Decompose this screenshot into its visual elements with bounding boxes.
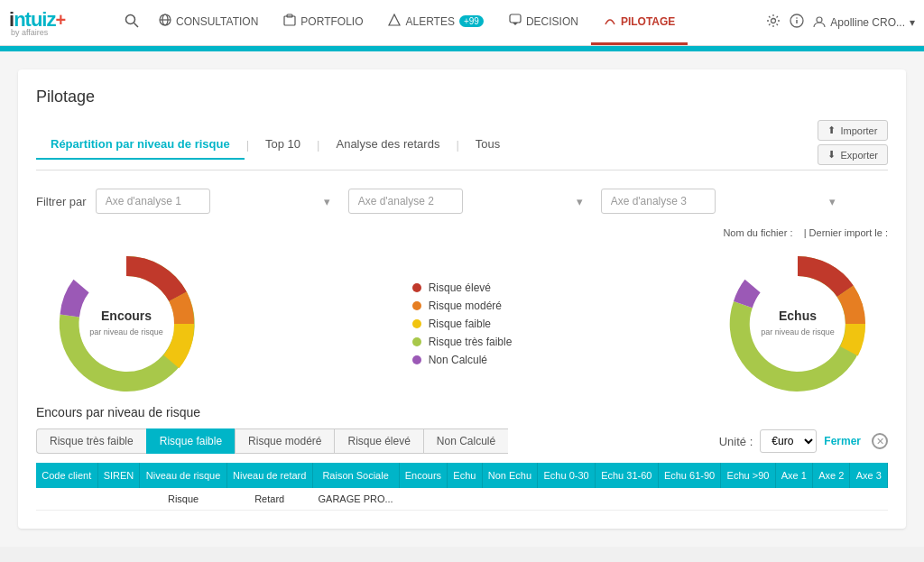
col-echu-90plus: Echu >90 xyxy=(721,463,775,488)
import-export-area: ⬆ Importer ⬇ Exporter xyxy=(818,120,888,170)
pilotage-label: PILOTAGE xyxy=(621,15,675,28)
app-header: intuiz+ by affaires CONSULTATION PORTFOL… xyxy=(0,0,924,46)
user-menu[interactable]: Apolline CRO... ▾ xyxy=(813,15,915,31)
nav-tab-alertes[interactable]: ALERTES +99 xyxy=(375,0,495,45)
legend-dot-non-calcule xyxy=(412,355,421,364)
unit-area: Unité : €uro Fermer ✕ xyxy=(719,429,888,453)
alertes-icon xyxy=(388,14,401,29)
sub-tab-tous[interactable]: Tous xyxy=(461,130,514,160)
col-echu: Echu xyxy=(448,463,482,488)
sub-tab-repartition[interactable]: Répartition par niveau de risque xyxy=(36,130,245,160)
logo: intuiz+ by affaires xyxy=(9,8,108,37)
risk-tab-modere[interactable]: Risque modéré xyxy=(235,428,334,454)
legend-label-non-calcule: Non Calculé xyxy=(429,354,487,366)
col-echu-61-90: Echu 61-90 xyxy=(658,463,721,488)
filter-label: Filtrer par xyxy=(36,195,87,208)
table-header-row: Code client SIREN Niveau de risque Nivea… xyxy=(36,463,888,488)
fermer-button[interactable]: Fermer xyxy=(824,435,861,447)
search-button[interactable] xyxy=(117,14,146,32)
consultation-icon xyxy=(159,14,171,29)
axis3-select[interactable]: Axe d'analyse 3 xyxy=(601,189,716,214)
svg-point-14 xyxy=(817,17,822,23)
col-siren: SIREN xyxy=(97,463,140,488)
svg-text:par niveau de risque: par niveau de risque xyxy=(761,327,835,336)
export-icon: ⬇ xyxy=(827,149,836,161)
legend-item-tres-faible: Risque très faible xyxy=(412,336,513,348)
pilotage-icon xyxy=(604,14,616,29)
svg-marker-9 xyxy=(513,23,518,25)
alertes-badge: +99 xyxy=(459,15,484,27)
echus-donut-chart: Echus par niveau de risque xyxy=(716,243,879,405)
import-button[interactable]: ⬆ Importer xyxy=(818,120,888,141)
sub-tab-analyse[interactable]: Analyse des retards xyxy=(321,130,454,160)
portfolio-icon xyxy=(283,14,296,29)
decision-label: DECISION xyxy=(526,15,578,28)
file-nom-label: Nom du fichier : xyxy=(723,227,792,238)
unit-label: Unité : xyxy=(719,435,753,448)
legend-label-modere: Risque modéré xyxy=(429,299,502,312)
alertes-label: ALERTES xyxy=(405,15,454,28)
sub-tab-top10[interactable]: Top 10 xyxy=(251,130,315,160)
risk-tabs-row: Risque très faible Risque faible Risque … xyxy=(36,428,888,454)
legend-item-modere: Risque modéré xyxy=(412,299,513,312)
col-raison-sociale: Raison Sociale xyxy=(312,463,399,488)
svg-rect-8 xyxy=(510,14,521,23)
col-encours: Encours xyxy=(399,463,448,488)
legend-item-non-calcule: Non Calculé xyxy=(412,354,513,366)
portfolio-label: PORTFOLIO xyxy=(300,15,363,28)
nav-right: Apolline CRO... ▾ xyxy=(766,14,915,32)
legend-dot-modere xyxy=(412,301,421,310)
chart-legend: Risque élevé Risque modéré Risque faible… xyxy=(403,272,522,375)
risk-tab-faible[interactable]: Risque faible xyxy=(146,428,235,454)
main-content: Pilotage Répartition par niveau de risqu… xyxy=(0,51,924,547)
file-dernier-label: | Dernier import le : xyxy=(804,227,888,238)
col-axe2: Axe 2 xyxy=(813,463,850,488)
chart-container: Encours par niveau de risque Risque élev… xyxy=(36,243,888,405)
close-button[interactable]: ✕ xyxy=(872,433,888,449)
col-echu-31-60: Echu 31-60 xyxy=(595,463,658,488)
svg-point-16 xyxy=(79,277,173,371)
encours-donut-chart: Encours par niveau de risque xyxy=(45,243,208,405)
info-icon[interactable] xyxy=(790,14,804,32)
table-row: Risque Retard GARAGE PRO... xyxy=(36,488,888,511)
encours-donut-area: Encours par niveau de risque xyxy=(36,243,217,405)
export-button[interactable]: ⬇ Exporter xyxy=(818,144,888,165)
legend-item-eleve: Risque élevé xyxy=(412,281,513,294)
nav-tab-consultation[interactable]: CONSULTATION xyxy=(146,0,271,45)
axis1-select[interactable]: Axe d'analyse 1 xyxy=(96,189,210,214)
decision-icon xyxy=(509,14,522,29)
col-niveau-retard: Niveau de retard xyxy=(226,463,312,488)
sub-tabs: Répartition par niveau de risque | Top 1… xyxy=(36,120,888,170)
legend-label-eleve: Risque élevé xyxy=(429,281,491,294)
legend-dot-faible xyxy=(412,319,421,328)
pilotage-card: Pilotage Répartition par niveau de risqu… xyxy=(18,69,906,529)
filter-row: Filtrer par Axe d'analyse 1 Axe d'analys… xyxy=(36,189,888,214)
svg-line-1 xyxy=(134,23,139,28)
unit-select[interactable]: €uro xyxy=(760,429,817,453)
nav-tab-pilotage[interactable]: PILOTAGE xyxy=(591,0,688,45)
page-title: Pilotage xyxy=(36,88,888,106)
col-axe3: Axe 3 xyxy=(850,463,888,488)
consultation-label: CONSULTATION xyxy=(176,15,258,28)
nav-tab-portfolio[interactable]: PORTFOLIO xyxy=(271,0,375,45)
data-table: Code client SIREN Niveau de risque Nivea… xyxy=(36,463,888,511)
svg-text:par niveau de risque: par niveau de risque xyxy=(89,327,163,336)
risk-tab-non-calcule[interactable]: Non Calculé xyxy=(423,428,508,454)
settings-icon[interactable] xyxy=(766,14,781,32)
svg-marker-7 xyxy=(389,14,400,25)
import-icon: ⬆ xyxy=(827,124,836,136)
axis2-select[interactable]: Axe d'analyse 2 xyxy=(348,189,463,214)
axis3-wrapper: Axe d'analyse 3 xyxy=(601,189,845,214)
risk-tab-eleve[interactable]: Risque élevé xyxy=(334,428,422,454)
risk-section-title: Encours par niveau de risque xyxy=(36,405,888,419)
legend-item-faible: Risque faible xyxy=(412,318,513,330)
svg-text:Encours: Encours xyxy=(101,309,152,323)
svg-point-13 xyxy=(796,17,798,19)
risk-tab-tres-faible[interactable]: Risque très faible xyxy=(36,428,146,454)
col-niveau-risque: Niveau de risque xyxy=(140,463,226,488)
nav-tab-decision[interactable]: DECISION xyxy=(496,0,591,45)
legend-label-tres-faible: Risque très faible xyxy=(429,336,513,348)
user-avatar-icon xyxy=(813,15,826,31)
svg-point-0 xyxy=(126,15,135,24)
legend-dot-tres-faible xyxy=(412,337,421,346)
